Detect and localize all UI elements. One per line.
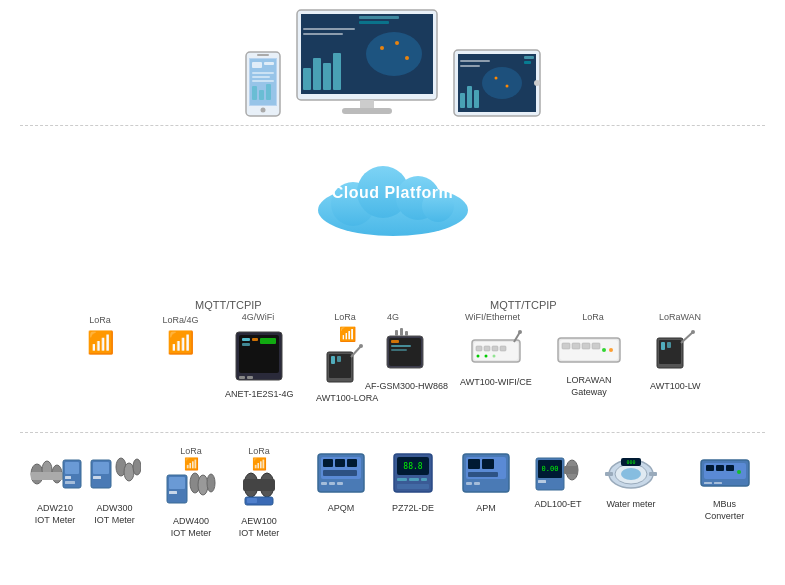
svg-rect-12 <box>266 84 271 100</box>
svg-rect-133 <box>409 478 419 481</box>
tablet-device-icon <box>452 48 542 118</box>
svg-rect-125 <box>323 470 357 476</box>
svg-rect-38 <box>460 60 490 62</box>
svg-rect-111 <box>169 491 177 494</box>
svg-point-61 <box>359 344 363 348</box>
svg-rect-29 <box>342 108 392 114</box>
svg-rect-86 <box>592 343 600 349</box>
svg-rect-83 <box>562 343 570 349</box>
svg-rect-140 <box>468 472 498 477</box>
svg-rect-75 <box>500 346 506 351</box>
svg-point-16 <box>366 32 422 76</box>
svg-rect-20 <box>333 53 341 90</box>
svg-rect-148 <box>564 466 578 474</box>
svg-rect-104 <box>93 462 109 474</box>
mid-dev-1-proto: LoRa <box>75 315 125 327</box>
bot-dev-4: LoRa 📶 AEW100IOT Meter <box>228 446 290 539</box>
desktop-monitor-icon <box>287 8 447 118</box>
svg-rect-135 <box>397 484 429 489</box>
svg-text:0.00: 0.00 <box>542 465 559 473</box>
bot-dev-1: ADW210IOT Meter <box>20 452 90 526</box>
bot-dev-2: ADW300IOT Meter <box>82 452 147 526</box>
svg-point-107 <box>124 463 134 481</box>
svg-rect-17 <box>303 68 311 90</box>
svg-point-108 <box>133 459 141 475</box>
svg-rect-160 <box>726 465 734 471</box>
svg-rect-138 <box>468 459 480 469</box>
svg-point-80 <box>518 330 522 334</box>
svg-text:88.8: 88.8 <box>403 462 422 471</box>
svg-rect-68 <box>400 328 403 336</box>
cloud-label: Cloud Platform <box>332 184 454 202</box>
svg-rect-67 <box>395 330 398 336</box>
svg-point-24 <box>395 41 399 45</box>
svg-text:000: 000 <box>626 459 635 465</box>
svg-line-93 <box>681 332 693 343</box>
main-diagram: Cloud Platform MQTT/TCPIP MQTT/TCPIP LoR… <box>0 0 785 585</box>
bot-dev-9: 000 Water meter <box>600 452 662 511</box>
svg-rect-73 <box>484 346 490 351</box>
svg-point-88 <box>609 348 613 352</box>
mqtt-label-right: MQTT/TCPIP <box>490 299 557 311</box>
mid-dev-4-proto: LoRa <box>320 312 370 324</box>
svg-point-151 <box>621 468 641 480</box>
svg-point-33 <box>494 77 497 80</box>
svg-rect-158 <box>706 465 714 471</box>
svg-rect-110 <box>169 477 185 489</box>
svg-rect-39 <box>460 65 480 67</box>
svg-rect-5 <box>252 62 262 68</box>
svg-rect-10 <box>252 86 257 100</box>
svg-rect-92 <box>667 342 671 348</box>
svg-rect-132 <box>397 478 407 481</box>
svg-rect-153 <box>649 472 657 476</box>
svg-point-25 <box>405 56 409 60</box>
svg-rect-55 <box>247 376 253 379</box>
sep-line-top <box>20 125 765 126</box>
mqtt-label-left: MQTT/TCPIP <box>195 299 262 311</box>
svg-rect-163 <box>714 482 722 484</box>
svg-rect-134 <box>421 478 427 481</box>
svg-rect-66 <box>391 349 407 351</box>
mid-dev-2: 📶 <box>153 330 208 356</box>
svg-rect-139 <box>482 459 494 469</box>
svg-rect-19 <box>323 63 331 90</box>
svg-point-94 <box>691 330 695 334</box>
svg-rect-74 <box>492 346 498 351</box>
svg-rect-7 <box>252 72 274 74</box>
svg-point-77 <box>484 355 487 358</box>
svg-rect-6 <box>264 62 274 65</box>
mid-dev-1: 📶 <box>70 330 130 356</box>
bot-dev-10: MBusConverter <box>692 452 757 522</box>
svg-rect-9 <box>252 80 274 82</box>
svg-rect-36 <box>467 86 472 108</box>
svg-point-87 <box>602 348 606 352</box>
svg-rect-142 <box>474 482 480 485</box>
svg-rect-91 <box>661 342 665 350</box>
svg-rect-50 <box>242 338 250 341</box>
svg-rect-152 <box>605 472 613 476</box>
svg-rect-117 <box>243 479 275 491</box>
svg-rect-100 <box>65 462 79 474</box>
mid-dev-7-proto: LoRa <box>568 312 618 324</box>
top-devices-row <box>244 8 542 118</box>
svg-rect-35 <box>460 93 465 108</box>
svg-rect-72 <box>476 346 482 351</box>
sep-line-mid <box>20 432 765 433</box>
svg-point-42 <box>534 80 540 86</box>
svg-rect-52 <box>252 338 258 341</box>
bot-dev-6: 88.8 PZ72L-DE <box>384 452 442 515</box>
mid-dev-8: AWT100-LW <box>650 328 701 393</box>
mid-dev-5: AF-GSM300-HW868 <box>365 328 448 393</box>
svg-rect-126 <box>321 482 327 485</box>
mid-dev-3-proto: 4G/WiFi <box>228 312 288 324</box>
cloud-platform: Cloud Platform <box>308 148 478 238</box>
svg-rect-18 <box>313 58 321 90</box>
mid-dev-7: LORAWANGateway <box>556 332 622 398</box>
svg-rect-3 <box>257 54 269 56</box>
svg-rect-128 <box>337 482 343 485</box>
svg-rect-146 <box>538 480 546 483</box>
svg-rect-41 <box>524 61 531 64</box>
svg-rect-27 <box>359 21 389 24</box>
svg-rect-8 <box>252 76 270 78</box>
svg-rect-101 <box>65 476 71 479</box>
